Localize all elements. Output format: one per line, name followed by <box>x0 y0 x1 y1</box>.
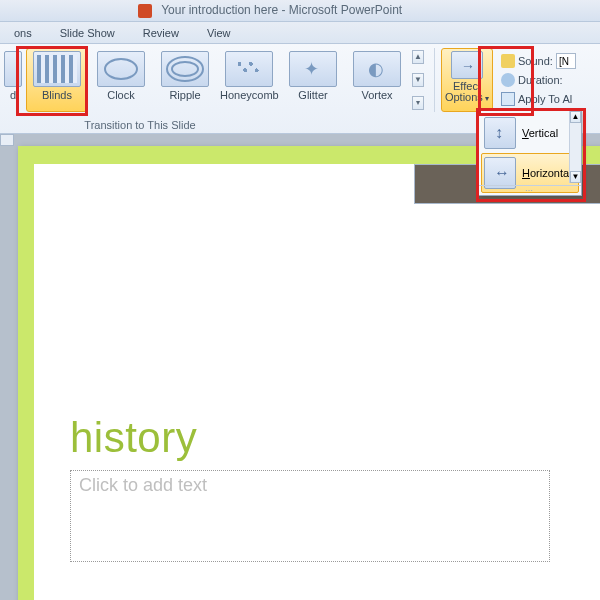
apply-to-all-icon <box>501 92 515 106</box>
gallery-scroll-up[interactable]: ▲ <box>412 50 424 64</box>
clock-icon <box>97 51 145 87</box>
slide-work-area: history Click to add text <box>0 134 600 600</box>
effect-option-vertical[interactable]: Vertical <box>481 113 579 153</box>
tab-slide-show[interactable]: Slide Show <box>52 24 123 42</box>
ripple-icon <box>161 51 209 87</box>
slide-content-placeholder[interactable]: Click to add text <box>70 470 550 562</box>
slide-title-placeholder[interactable]: history <box>70 414 197 462</box>
tab-partial[interactable]: ons <box>6 24 40 42</box>
sound-label: Sound: <box>518 55 553 67</box>
splitter-grip[interactable] <box>0 134 14 146</box>
sound-select[interactable] <box>556 53 576 69</box>
transition-item-vortex[interactable]: Vortex <box>346 48 408 112</box>
ribbon-tabs: ons Slide Show Review View <box>0 22 600 44</box>
transition-item-ripple[interactable]: Ripple <box>154 48 216 112</box>
duration-label: Duration: <box>518 74 563 86</box>
effect-options-icon <box>451 51 483 79</box>
transition-item-clock[interactable]: Clock <box>90 48 152 112</box>
effect-options-label-2: Options <box>445 91 483 103</box>
timing-group: Sound: Duration: Apply To Al <box>501 48 576 112</box>
transition-gallery: d Blinds Clock Ripple Honeycomb Glitter <box>2 48 435 112</box>
transition-item-blinds[interactable]: Blinds <box>26 48 88 112</box>
apply-to-all-button[interactable]: Apply To Al <box>518 93 572 105</box>
gallery-scroll-more[interactable]: ▾ <box>412 96 424 110</box>
effect-options-button[interactable]: Effect Options ▾ <box>441 48 493 112</box>
duration-icon <box>501 73 515 87</box>
powerpoint-icon <box>138 4 152 18</box>
menu-scroll-down[interactable]: ▼ <box>570 171 581 183</box>
honeycomb-icon <box>225 51 273 87</box>
slide: history Click to add text <box>34 164 600 600</box>
transition-item-prev[interactable]: d <box>2 48 24 112</box>
slide-canvas[interactable]: history Click to add text <box>18 146 600 600</box>
glitter-icon <box>289 51 337 87</box>
tab-review[interactable]: Review <box>135 24 187 42</box>
menu-scroll-up[interactable]: ▲ <box>570 111 581 123</box>
sound-icon <box>501 54 515 68</box>
blinds-icon <box>33 51 81 87</box>
window-title-text: Your introduction here - Microsoft Power… <box>161 3 402 17</box>
effect-options-menu: Vertical Horizontal ▲ ▼ ⋯ <box>478 110 582 196</box>
tab-view[interactable]: View <box>199 24 239 42</box>
title-bar: Your introduction here - Microsoft Power… <box>0 0 600 22</box>
transition-item-honeycomb[interactable]: Honeycomb <box>218 48 280 112</box>
transition-group-label: Transition to This Slide <box>40 119 240 131</box>
menu-scrollbar: ▲ ▼ <box>569 111 581 183</box>
gallery-scroll: ▲ ▼ ▾ <box>412 48 426 112</box>
vertical-icon <box>484 117 516 149</box>
menu-resize-grip[interactable]: ⋯ <box>479 185 581 195</box>
vortex-icon <box>353 51 401 87</box>
transition-item-glitter[interactable]: Glitter <box>282 48 344 112</box>
window-title: Your introduction here - Microsoft Power… <box>138 3 402 18</box>
gallery-scroll-down[interactable]: ▼ <box>412 73 424 87</box>
